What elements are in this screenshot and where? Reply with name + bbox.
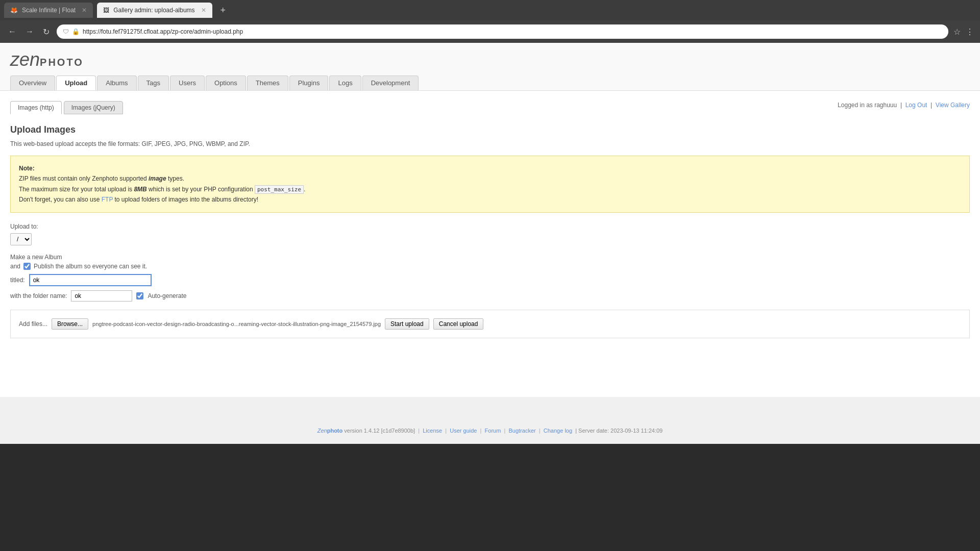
- tab-plugins[interactable]: Plugins: [289, 76, 329, 90]
- titled-row: titled:: [10, 274, 970, 286]
- address-text: https://fotu.fef791275f.cfloat.app/zp-co…: [83, 28, 942, 35]
- folder-input[interactable]: [71, 290, 132, 302]
- footer-version: version 1.4.12 [c1d7e8900b]: [344, 428, 415, 434]
- tab1-close[interactable]: ✕: [82, 7, 87, 14]
- new-tab-button[interactable]: +: [216, 5, 230, 16]
- page-content: zen PHOTO Logged in as raghuuu | Log Out…: [0, 43, 980, 444]
- footer-zen: Zen: [317, 428, 327, 434]
- tab-albums[interactable]: Albums: [97, 76, 136, 90]
- forum-link[interactable]: Forum: [485, 428, 501, 434]
- footer-sep1: |: [418, 428, 420, 434]
- tab-logs[interactable]: Logs: [329, 76, 361, 90]
- start-upload-button[interactable]: Start upload: [385, 318, 429, 330]
- tab1-favicon: 🦊: [10, 7, 18, 14]
- autogen-checkbox[interactable]: [136, 292, 143, 299]
- browser-right-icons: ☆ ⋮: [953, 27, 974, 37]
- tab1-title: Scale Infinite | Float: [22, 7, 76, 14]
- titled-label: titled:: [10, 277, 25, 284]
- separator1: |: [900, 102, 902, 109]
- publish-checkbox[interactable]: [23, 263, 31, 270]
- header-user-area: Logged in as raghuuu | Log Out | View Ga…: [838, 102, 970, 109]
- user-guide-link[interactable]: User guide: [450, 428, 477, 434]
- browser-titlebar: 🦊 Scale Infinite | Float ✕ 🖼 Gallery adm…: [0, 0, 980, 20]
- upload-to-dropdown[interactable]: /: [10, 233, 32, 245]
- cancel-upload-button[interactable]: Cancel upload: [433, 318, 484, 330]
- publish-row: and Publish the album so everyone can se…: [10, 263, 970, 270]
- tab-upload[interactable]: Upload: [56, 76, 96, 90]
- browser-window: 🦊 Scale Infinite | Float ✕ 🖼 Gallery adm…: [0, 0, 980, 551]
- note-box: Note: ZIP files must contain only Zenpho…: [10, 156, 970, 213]
- tab2-close[interactable]: ✕: [201, 7, 206, 14]
- tab-options[interactable]: Options: [206, 76, 246, 90]
- nav-tabs: Overview Upload Albums Tags Users Option…: [10, 76, 970, 90]
- bookmark-icon[interactable]: ☆: [953, 27, 961, 37]
- ftp-link[interactable]: FTP: [102, 196, 113, 203]
- back-button[interactable]: ←: [6, 25, 18, 38]
- lock-icon: 🔒: [72, 28, 80, 35]
- file-name: pngtree-podcast-icon-vector-design-radio…: [92, 321, 381, 327]
- main-area: Images (http) Images (jQuery) Upload Ima…: [0, 91, 980, 397]
- add-files-row: Add files... Browse... pngtree-podcast-i…: [19, 318, 961, 330]
- bugtracker-link[interactable]: Bugtracker: [508, 428, 535, 434]
- upload-files-area: Add files... Browse... pngtree-podcast-i…: [10, 310, 970, 338]
- tab2-title: Gallery admin: upload-albums: [113, 7, 194, 14]
- separator2: |: [930, 102, 932, 109]
- tab2-favicon: 🖼: [103, 7, 109, 14]
- browser-tab-1[interactable]: 🦊 Scale Infinite | Float ✕: [4, 3, 93, 18]
- view-gallery-link[interactable]: View Gallery: [936, 102, 970, 109]
- note-line1: ZIP files must contain only Zenphoto sup…: [19, 175, 184, 182]
- browse-button[interactable]: Browse...: [52, 318, 88, 330]
- footer-zenphoto-link[interactable]: Zenphoto: [317, 428, 345, 434]
- sub-tabs: Images (http) Images (jQuery): [10, 101, 970, 114]
- site-logo: zen PHOTO: [10, 49, 970, 70]
- address-bar[interactable]: 🛡 🔒 https://fotu.fef791275f.cfloat.app/z…: [57, 24, 948, 39]
- browser-tab-2[interactable]: 🖼 Gallery admin: upload-albums ✕: [97, 3, 212, 18]
- sub-tab-images-http[interactable]: Images (http): [10, 101, 62, 114]
- logo-photo: PHOTO: [40, 57, 84, 68]
- footer-sep3: |: [480, 428, 482, 434]
- add-files-label: Add files...: [19, 320, 47, 328]
- footer-sep5: |: [539, 428, 541, 434]
- tab-tags[interactable]: Tags: [138, 76, 169, 90]
- extensions-icon[interactable]: ⋮: [966, 27, 974, 37]
- tab-themes[interactable]: Themes: [247, 76, 288, 90]
- autogen-label: Auto-generate: [148, 292, 186, 299]
- make-album-label: Make a new Album: [10, 254, 970, 261]
- site-footer: Zenphoto version 1.4.12 [c1d7e8900b] | L…: [0, 417, 980, 444]
- logout-link[interactable]: Log Out: [905, 102, 927, 109]
- tab-users[interactable]: Users: [170, 76, 205, 90]
- and-label: and: [10, 263, 20, 270]
- sub-tab-images-jquery[interactable]: Images (jQuery): [64, 101, 123, 114]
- changelog-link[interactable]: Change log: [544, 428, 572, 434]
- section-desc: This web-based upload accepts the file f…: [10, 140, 970, 147]
- note-line2: The maximum size for your total upload i…: [19, 186, 305, 193]
- upload-to-section: Upload to: /: [10, 223, 970, 245]
- folder-label: with the folder name:: [10, 292, 67, 299]
- browser-controls: ← → ↻ 🛡 🔒 https://fotu.fef791275f.cfloat…: [0, 20, 980, 43]
- tab-overview[interactable]: Overview: [10, 76, 55, 90]
- site-header: zen PHOTO Logged in as raghuuu | Log Out…: [0, 43, 980, 91]
- section-title: Upload Images: [10, 124, 970, 135]
- forward-button[interactable]: →: [23, 25, 36, 38]
- publish-label: Publish the album so everyone can see it…: [34, 263, 147, 270]
- logged-in-text: Logged in as raghuuu: [838, 102, 897, 109]
- refresh-button[interactable]: ↻: [41, 25, 52, 39]
- tab-development[interactable]: Development: [362, 76, 419, 90]
- shield-icon: 🛡: [63, 28, 69, 35]
- upload-to-label: Upload to:: [10, 223, 970, 230]
- footer-server-date: | Server date: 2023-09-13 11:24:09: [575, 428, 663, 434]
- logo-zen: zen: [10, 49, 40, 70]
- footer-sep2: |: [445, 428, 447, 434]
- note-line3: Don't forget, you can also use FTP to up…: [19, 196, 258, 203]
- folder-row: with the folder name: Auto-generate: [10, 290, 970, 302]
- note-label: Note:: [19, 165, 35, 172]
- titled-input[interactable]: [29, 274, 152, 286]
- license-link[interactable]: License: [423, 428, 442, 434]
- footer-sep4: |: [504, 428, 506, 434]
- footer-photo: photo: [327, 428, 343, 434]
